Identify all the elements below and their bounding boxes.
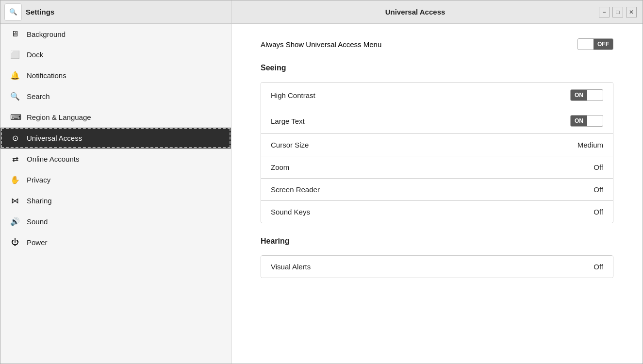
sidebar-item-sharing[interactable]: ⋈ Sharing	[0, 190, 231, 211]
sidebar-item-online-accounts[interactable]: ⇄ Online Accounts	[0, 149, 231, 169]
hearing-group: Visual Alerts Off	[261, 255, 613, 278]
table-row: Visual Alerts Off	[261, 256, 613, 278]
search-icon: 🔍	[9, 8, 17, 16]
sidebar-item-label: Sharing	[27, 197, 52, 205]
sidebar-item-label: Notifications	[27, 71, 66, 80]
visual-alerts-value: Off	[594, 263, 603, 271]
dock-icon: ⬜	[10, 50, 20, 59]
titlebar-left: 🔍 Settings	[0, 0, 231, 23]
sidebar-item-sound[interactable]: 🔊 Sound	[0, 211, 231, 232]
sidebar-item-label: Background	[27, 30, 66, 38]
high-contrast-toggle[interactable]: ON	[570, 89, 603, 101]
sidebar-item-privacy[interactable]: ✋ Privacy	[0, 169, 231, 190]
sidebar-item-label: Power	[27, 238, 48, 247]
sidebar: 🖥 Background ⬜ Dock 🔔 Notifications 🔍 Se…	[0, 24, 231, 364]
row-label: Screen Reader	[271, 185, 320, 194]
sidebar-item-power[interactable]: ⏻ Power	[0, 232, 231, 252]
cursor-size-value: Medium	[577, 141, 603, 149]
table-row: Large Text ON	[261, 108, 613, 134]
toggle-on-part	[578, 42, 594, 46]
search-sidebar-icon: 🔍	[10, 92, 20, 101]
titlebar: 🔍 Settings Universal Access − □ ✕	[0, 0, 643, 24]
minimize-button[interactable]: −	[599, 7, 610, 17]
row-label: Cursor Size	[271, 141, 309, 149]
restore-button[interactable]: □	[612, 7, 623, 17]
always-show-row: Always Show Universal Access Menu OFF	[261, 38, 613, 50]
table-row: Cursor Size Medium	[261, 134, 613, 156]
toggle-on-state: ON	[571, 90, 587, 100]
sound-icon: 🔊	[10, 217, 20, 226]
table-row: Screen Reader Off	[261, 179, 613, 201]
table-row: Zoom Off	[261, 156, 613, 179]
hearing-section: Hearing	[261, 237, 613, 246]
titlebar-center: Universal Access	[231, 0, 599, 23]
privacy-icon: ✋	[10, 175, 20, 184]
region-icon: ⌨	[10, 113, 20, 122]
sidebar-item-label: Online Accounts	[27, 155, 79, 163]
seeing-heading: Seeing	[261, 64, 613, 72]
online-accounts-icon: ⇄	[10, 154, 20, 164]
window-controls: − □ ✕	[599, 7, 643, 17]
row-label: Large Text	[271, 117, 305, 125]
content-area: Always Show Universal Access Menu OFF Se…	[231, 24, 643, 364]
toggle-off-label: OFF	[594, 39, 613, 50]
large-text-toggle[interactable]: ON	[570, 115, 603, 127]
sidebar-item-label: Privacy	[27, 176, 50, 184]
sidebar-item-dock[interactable]: ⬜ Dock	[0, 44, 231, 65]
sidebar-item-label: Sound	[27, 217, 48, 226]
screen-reader-value: Off	[594, 185, 603, 194]
close-button[interactable]: ✕	[626, 7, 637, 17]
table-row: Sound Keys Off	[261, 201, 613, 223]
sidebar-item-notifications[interactable]: 🔔 Notifications	[0, 65, 231, 86]
titlebar-search-button[interactable]: 🔍	[4, 3, 22, 21]
power-icon: ⏻	[10, 238, 20, 247]
notifications-icon: 🔔	[10, 71, 20, 80]
main-layout: 🖥 Background ⬜ Dock 🔔 Notifications 🔍 Se…	[0, 24, 643, 364]
sidebar-item-label: Dock	[27, 50, 43, 59]
sidebar-item-search[interactable]: 🔍 Search	[0, 86, 231, 107]
sound-keys-value: Off	[594, 208, 603, 216]
seeing-section: Seeing	[261, 64, 613, 72]
sidebar-item-label: Universal Access	[27, 134, 82, 142]
sidebar-title: Settings	[26, 8, 54, 16]
row-label: Visual Alerts	[271, 263, 311, 271]
settings-window: 🔍 Settings Universal Access − □ ✕ 🖥 Back…	[0, 0, 643, 364]
row-label: Zoom	[271, 163, 289, 171]
toggle-off-part	[587, 119, 603, 123]
hearing-heading: Hearing	[261, 237, 613, 246]
sharing-icon: ⋈	[10, 196, 20, 205]
sidebar-item-label: Region & Language	[27, 113, 91, 121]
page-title: Universal Access	[385, 8, 445, 16]
table-row: High Contrast ON	[261, 83, 613, 108]
universal-access-icon: ⊙	[10, 133, 20, 143]
always-show-label: Always Show Universal Access Menu	[261, 40, 381, 49]
sidebar-item-universal-access[interactable]: ⊙ Universal Access	[0, 128, 231, 149]
always-show-toggle[interactable]: OFF	[577, 38, 613, 50]
background-icon: 🖥	[10, 30, 20, 38]
row-label: High Contrast	[271, 91, 315, 99]
seeing-group: High Contrast ON Large Text ON C	[261, 82, 613, 223]
toggle-off-part	[587, 93, 603, 97]
toggle-on-state: ON	[571, 116, 587, 126]
zoom-value: Off	[594, 163, 603, 171]
sidebar-item-label: Search	[27, 92, 50, 100]
row-label: Sound Keys	[271, 208, 310, 216]
sidebar-item-background[interactable]: 🖥 Background	[0, 24, 231, 44]
sidebar-item-region-language[interactable]: ⌨ Region & Language	[0, 107, 231, 128]
